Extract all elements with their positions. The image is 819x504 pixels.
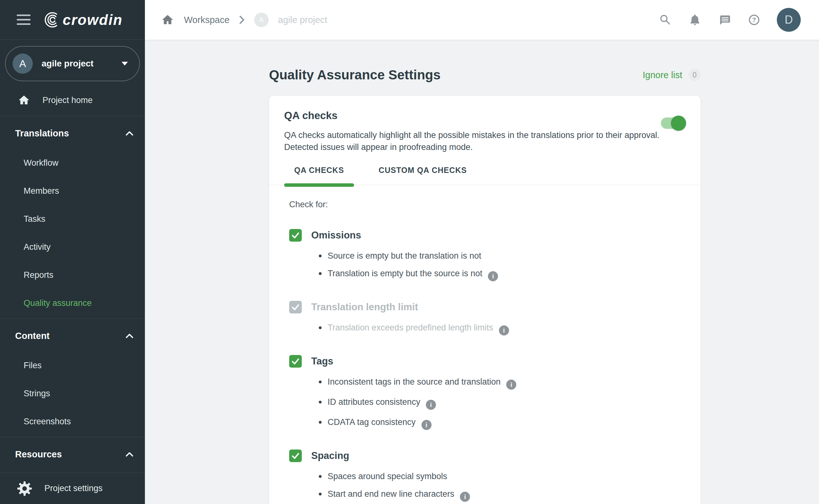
sidebar-item-project-home[interactable]: Project home [0,86,145,115]
qa-rule: Translation is empty but the source is n… [328,268,685,281]
sidebar-item-label: Project home [43,95,93,105]
check-icon [290,302,301,312]
info-icon[interactable]: i [506,380,516,390]
project-selector[interactable]: A agile project [5,46,140,81]
topbar: Workspace A agile project [145,0,819,40]
qa-rule-text: Start and end new line characters [328,489,454,499]
breadcrumb-project-name: agile project [278,15,327,25]
qa-rule-text: Translation is empty but the source is n… [328,269,482,278]
hamburger-menu-icon[interactable] [17,14,31,25]
home-icon [17,94,31,107]
qa-section-spacing: Spacing Spaces around special symbols St… [289,450,685,504]
main-column: Workspace A agile project [145,0,819,504]
qa-checks-title: QA checks [284,110,685,122]
project-avatar: A [13,54,33,74]
sidebar-item-files[interactable]: Files [0,352,145,380]
sidebar-section-content[interactable]: Content [0,320,145,352]
qa-rule: CDATA tag consistencyi [328,417,685,430]
qa-tabs: QA CHECKS CUSTOM QA CHECKS [284,161,685,185]
sidebar-item-quality-assurance[interactable]: Quality assurance [0,289,145,317]
qa-checks-toggle[interactable] [661,115,686,131]
sidebar-item-label: Members [24,186,59,196]
sidebar-divider [0,437,145,437]
tags-checkbox[interactable] [289,355,302,368]
omissions-checkbox[interactable] [289,229,302,242]
sidebar-section-translations[interactable]: Translations [0,117,145,149]
sidebar-header: crowdin [0,0,145,40]
tab-custom-qa-checks[interactable]: CUSTOM QA CHECKS [369,161,477,185]
sidebar-item-label: Reports [24,270,54,280]
page-title: Quality Assurance Settings [269,67,441,83]
search-icon[interactable] [658,13,672,27]
sidebar-divider [0,116,145,116]
section-label: Spacing [311,450,349,461]
qa-section-tags: Tags Inconsistent tags in the source and… [289,355,685,430]
sidebar-item-label: Strings [24,389,50,398]
main-content: Quality Assurance Settings Ignore list 0… [145,40,819,504]
project-name: agile project [42,59,113,69]
breadcrumb-workspace-link[interactable]: Workspace [184,15,230,25]
ignore-list-count-badge: 0 [689,69,701,81]
info-icon[interactable]: i [426,400,436,410]
info-icon[interactable]: i [460,492,470,502]
crowdin-logo-text: crowdin [63,11,123,28]
info-icon[interactable]: i [488,271,498,281]
sidebar-nav: Project home Translations Workflow Membe… [0,81,145,473]
qa-rule-text: ID attributes consistency [328,397,420,407]
chat-icon[interactable] [718,13,731,27]
qa-rule-text: CDATA tag consistency [328,417,416,427]
home-icon[interactable] [161,13,175,27]
sidebar-item-label: Quality assurance [24,298,92,308]
qa-section-translation-length-limit: Translation length limit Translation exc… [289,301,685,335]
sidebar-item-strings[interactable]: Strings [0,380,145,408]
info-icon[interactable]: i [421,420,432,430]
bell-icon[interactable] [688,13,702,27]
sidebar-item-label: Workflow [24,158,59,168]
qa-checks-card: QA checks QA checks automatically highli… [269,96,701,504]
sidebar-item-screenshots[interactable]: Screenshots [0,408,145,436]
caret-down-icon [122,62,128,66]
qa-rule-text: Translation exceeds predefined length li… [328,323,493,332]
chevron-up-icon [125,130,134,136]
crowdin-logo[interactable]: crowdin [43,11,123,28]
qa-rule: ID attributes consistencyi [328,397,685,410]
toggle-thumb [671,116,686,131]
qa-rule-text: Source is empty but the translation is n… [328,251,481,261]
sidebar-section-label: Content [15,331,50,341]
spacing-checkbox[interactable] [289,450,302,462]
sidebar-item-activity[interactable]: Activity [0,233,145,261]
sidebar-item-workflow[interactable]: Workflow [0,149,145,177]
sidebar-item-members[interactable]: Members [0,177,145,205]
page-header: Quality Assurance Settings Ignore list 0 [269,67,701,83]
sidebar-divider [0,318,145,319]
check-for-label: Check for: [289,200,685,209]
sidebar-item-tasks[interactable]: Tasks [0,205,145,233]
crowdin-logo-mark-icon [43,11,60,28]
qa-rule: Source is empty but the translation is n… [328,250,685,261]
ignore-list-label: Ignore list [643,70,682,80]
app-window: crowdin A agile project Project home Tra… [0,0,819,504]
breadcrumb-project-avatar: A [254,13,269,27]
qa-section-omissions: Omissions Source is empty but the transl… [289,229,685,281]
sidebar-item-reports[interactable]: Reports [0,261,145,289]
check-icon [290,356,301,367]
sidebar-item-project-settings[interactable]: Project settings [0,473,145,504]
chevron-up-icon [125,451,134,457]
qa-rule: Translation exceeds predefined length li… [328,322,685,335]
user-avatar[interactable]: D [777,8,801,32]
sidebar-section-label: Translations [15,128,69,139]
gear-icon [17,481,32,496]
check-icon [290,450,301,461]
qa-rule: Start and end new line charactersi [328,489,685,502]
sidebar-item-label: Screenshots [24,417,71,427]
sidebar-section-label: Resources [15,449,62,460]
ignore-list-link[interactable]: Ignore list 0 [643,69,701,81]
svg-text:?: ? [752,16,756,23]
info-icon[interactable]: i [499,325,509,335]
sidebar: crowdin A agile project Project home Tra… [0,0,145,504]
translation-length-limit-checkbox[interactable] [289,301,302,313]
tab-qa-checks[interactable]: QA CHECKS [284,161,354,185]
breadcrumb: Workspace A agile project [161,13,327,27]
help-icon[interactable]: ? [747,13,761,27]
sidebar-section-resources[interactable]: Resources [0,438,145,470]
